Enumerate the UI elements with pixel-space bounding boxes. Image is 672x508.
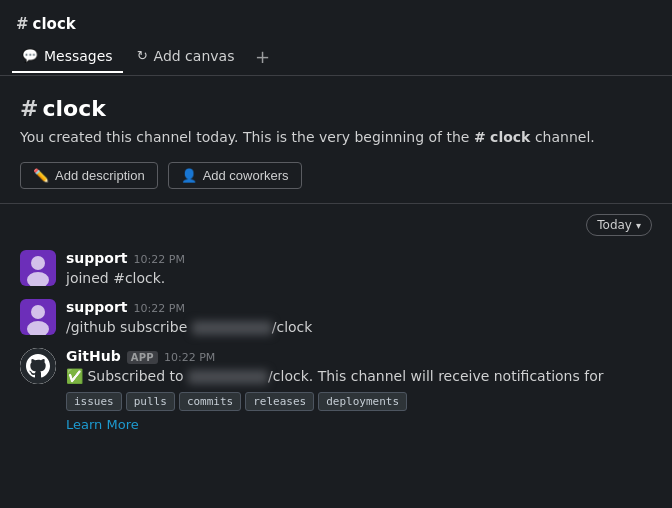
svg-point-4 (20, 348, 56, 384)
add-coworkers-icon: 👤 (181, 168, 197, 183)
message-row: support 10:22 PM joined #clock. (20, 246, 652, 293)
title-hash: # (16, 15, 29, 33)
learn-more-link[interactable]: Learn More (66, 417, 139, 432)
add-desc-icon: ✏️ (33, 168, 49, 183)
redacted-text (188, 370, 268, 384)
channel-action-buttons: ✏️ Add description 👤 Add coworkers (20, 162, 652, 189)
title-channel-name: clock (33, 15, 76, 33)
message-meta: support 10:22 PM (66, 299, 652, 315)
channel-name: clock (42, 96, 105, 121)
github-icon (20, 348, 56, 384)
avatar (20, 250, 56, 286)
add-coworkers-button[interactable]: 👤 Add coworkers (168, 162, 302, 189)
tab-messages[interactable]: 💬 Messages (12, 41, 123, 73)
tab-add-canvas[interactable]: ↻ Add canvas (127, 41, 245, 73)
today-label: Today (597, 218, 632, 232)
redacted-text (192, 321, 272, 335)
msg-text-post: /clock. This channel will receive notifi… (268, 368, 603, 384)
avatar (20, 299, 56, 335)
desc-channel-name: clock (490, 129, 530, 145)
message-time: 10:22 PM (164, 351, 215, 364)
title-bar: # clock (0, 0, 672, 38)
avatar (20, 348, 56, 384)
person-icon (20, 250, 56, 286)
tag-issues: issues (66, 392, 122, 411)
tag-commits: commits (179, 392, 241, 411)
channel-header: # clock You created this channel today. … (0, 76, 672, 204)
message-meta: GitHub APP 10:22 PM (66, 348, 652, 364)
message-author: support (66, 299, 128, 315)
message-content: support 10:22 PM joined #clock. (66, 250, 652, 289)
message-author: support (66, 250, 128, 266)
chevron-down-icon: ▾ (636, 220, 641, 231)
message-text: ✅ Subscribed to /clock. This channel wil… (66, 366, 652, 387)
message-row: GitHub APP 10:22 PM ✅ Subscribed to /clo… (20, 344, 652, 436)
today-badge[interactable]: Today ▾ (586, 214, 652, 236)
message-text: joined #clock. (66, 268, 652, 289)
add-description-button[interactable]: ✏️ Add description (20, 162, 158, 189)
channel-description: You created this channel today. This is … (20, 127, 652, 148)
tag-releases: releases (245, 392, 314, 411)
svg-point-2 (31, 305, 45, 319)
svg-point-1 (27, 272, 49, 286)
message-text: /github subscribe /clock (66, 317, 652, 338)
tab-canvas-label: Add canvas (154, 48, 235, 64)
msg-emoji: ✅ (66, 368, 83, 384)
tag-pulls: pulls (126, 392, 175, 411)
message-author: GitHub (66, 348, 121, 364)
notification-tags: issues pulls commits releases deployment… (66, 392, 652, 411)
canvas-tab-icon: ↻ (137, 48, 148, 63)
tab-messages-label: Messages (44, 48, 113, 64)
tabs-bar: 💬 Messages ↻ Add canvas + (0, 38, 672, 76)
messages-list: support 10:22 PM joined #clock. support … (0, 242, 672, 436)
desc-hash: # (474, 129, 486, 145)
desc-suffix: channel. (530, 129, 594, 145)
desc-prefix: You created this channel today. This is … (20, 129, 474, 145)
message-time: 10:22 PM (134, 253, 185, 266)
svg-point-0 (31, 256, 45, 270)
message-content: support 10:22 PM /github subscribe /cloc… (66, 299, 652, 338)
msg-text-pre: Subscribed to (83, 368, 188, 384)
add-coworkers-label: Add coworkers (203, 168, 289, 183)
messages-tab-icon: 💬 (22, 48, 38, 63)
message-meta: support 10:22 PM (66, 250, 652, 266)
person-icon (20, 299, 56, 335)
app-badge: APP (127, 351, 158, 364)
msg-text-content: joined #clock. (66, 270, 165, 286)
message-row: support 10:22 PM /github subscribe /cloc… (20, 295, 652, 342)
message-content: GitHub APP 10:22 PM ✅ Subscribed to /clo… (66, 348, 652, 432)
msg-text-pre: /github subscribe (66, 319, 192, 335)
channel-title: # clock (20, 96, 652, 121)
tag-deployments: deployments (318, 392, 407, 411)
svg-point-3 (27, 321, 49, 335)
tab-add-button[interactable]: + (248, 43, 276, 71)
date-separator: Today ▾ (0, 204, 672, 242)
msg-text-post: /clock (272, 319, 313, 335)
message-time: 10:22 PM (134, 302, 185, 315)
add-desc-label: Add description (55, 168, 145, 183)
channel-hash: # (20, 96, 38, 121)
